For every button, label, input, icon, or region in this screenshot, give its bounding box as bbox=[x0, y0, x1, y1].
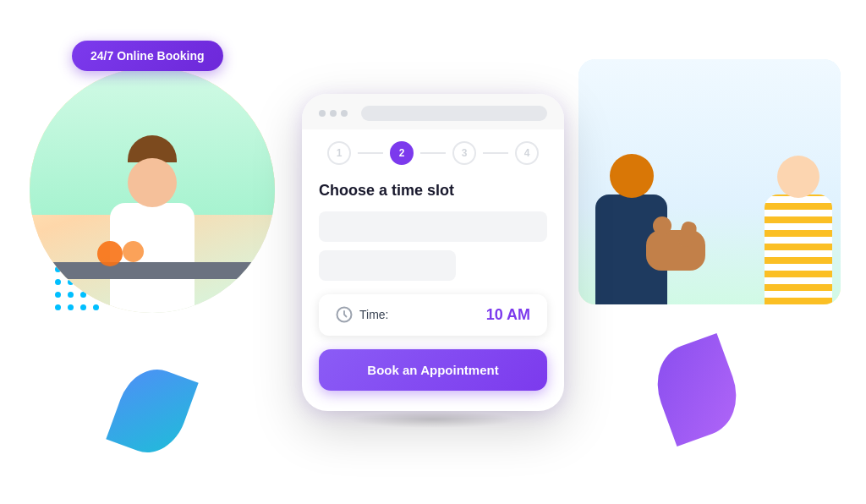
step-connector-2 bbox=[420, 152, 446, 154]
deco-leaf-left bbox=[106, 359, 198, 462]
browser-bar bbox=[302, 94, 564, 129]
photo-right bbox=[578, 59, 841, 304]
step-connector-3 bbox=[483, 152, 508, 154]
slot-skeleton-1 bbox=[319, 211, 547, 242]
clock-icon bbox=[336, 306, 353, 323]
time-label: Time: bbox=[336, 306, 388, 323]
step-connector-1 bbox=[358, 152, 383, 154]
phone-mockup: 1 2 3 4 Choose a time slot bbox=[302, 94, 564, 411]
time-text: Time: bbox=[359, 308, 388, 321]
badge-247: 24/7 Online Booking bbox=[72, 41, 223, 71]
scene: 24/7 Online Booking 1 2 3 bbox=[0, 0, 866, 504]
book-appointment-button[interactable]: Book an Appointment bbox=[319, 349, 547, 391]
phone-content: Choose a time slot Time: 10 AM bbox=[302, 173, 564, 336]
photo-left bbox=[30, 68, 275, 313]
step-2-active: 2 bbox=[390, 141, 414, 165]
window-dot-3 bbox=[341, 110, 348, 117]
slot-skeleton-2 bbox=[319, 250, 456, 281]
address-bar bbox=[361, 106, 547, 121]
deco-leaf-right bbox=[645, 333, 748, 446]
step-indicator: 1 2 3 4 bbox=[302, 129, 564, 173]
choose-title: Choose a time slot bbox=[319, 182, 547, 200]
window-dot-1 bbox=[319, 110, 326, 117]
window-dot-2 bbox=[330, 110, 337, 117]
step-4: 4 bbox=[515, 141, 539, 165]
time-value: 10 AM bbox=[486, 306, 530, 324]
time-box[interactable]: Time: 10 AM bbox=[319, 294, 547, 336]
step-3: 3 bbox=[452, 141, 476, 165]
phone-shadow bbox=[348, 411, 518, 428]
step-1: 1 bbox=[327, 141, 351, 165]
badge-text: 24/7 Online Booking bbox=[90, 49, 205, 63]
window-dots bbox=[319, 110, 348, 117]
